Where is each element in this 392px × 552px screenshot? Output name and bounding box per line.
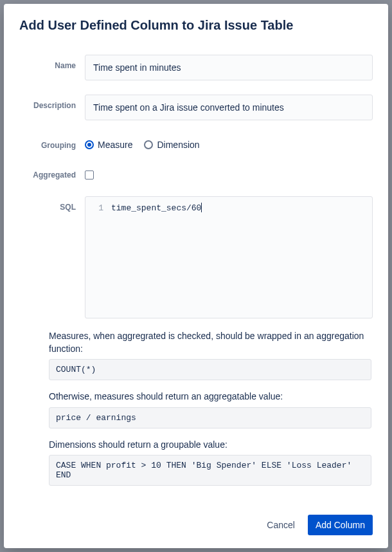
radio-measure[interactable]: Measure — [85, 140, 132, 150]
row-grouping: Grouping Measure Dimension — [19, 134, 373, 150]
label-description: Description — [19, 95, 81, 110]
row-sql: SQL 1 time_spent_secs/60 — [19, 196, 373, 318]
row-aggregated: Aggregated — [19, 164, 373, 182]
sql-gutter: 1 — [91, 203, 111, 311]
row-description: Description — [19, 95, 373, 120]
aggregated-checkbox[interactable] — [85, 170, 94, 179]
radio-icon-checked — [85, 140, 94, 149]
modal-title: Add User Defined Column to Jira Issue Ta… — [19, 18, 373, 33]
radio-dimension-label: Dimension — [157, 140, 199, 150]
hints-section: Measures, when aggregrated is checked, s… — [49, 330, 371, 496]
modal-footer: Cancel Add Column — [19, 503, 373, 535]
label-aggregated: Aggregated — [19, 164, 81, 179]
label-grouping: Grouping — [19, 134, 81, 150]
text-cursor — [201, 203, 202, 212]
grouping-radio-group: Measure Dimension — [85, 134, 373, 150]
sql-editor[interactable]: 1 time_spent_secs/60 — [85, 196, 373, 318]
radio-dimension[interactable]: Dimension — [144, 140, 199, 150]
name-input[interactable] — [85, 55, 373, 80]
add-column-modal: Add User Defined Column to Jira Issue Ta… — [4, 4, 388, 548]
description-input[interactable] — [85, 95, 373, 120]
label-name: Name — [19, 55, 81, 70]
radio-measure-label: Measure — [98, 140, 132, 150]
hint-agg-code: COUNT(*) — [49, 359, 371, 380]
row-name: Name — [19, 55, 373, 80]
hint-agg-label: Measures, when aggregrated is checked, s… — [49, 330, 371, 355]
hint-dim-code: CASE WHEN profit > 10 THEN 'Big Spender'… — [49, 455, 371, 486]
sql-code: time_spent_secs/60 — [111, 203, 201, 213]
radio-icon-unchecked — [144, 140, 153, 149]
sql-code-line: time_spent_secs/60 — [111, 203, 367, 311]
add-column-button[interactable]: Add Column — [308, 515, 373, 535]
hint-nonagg-code: price / earnings — [49, 407, 371, 428]
label-sql: SQL — [19, 196, 81, 212]
cancel-button[interactable]: Cancel — [259, 515, 303, 535]
hint-dim-label: Dimensions should return a groupable val… — [49, 439, 371, 452]
hint-nonagg-label: Otherwise, measures should return an agg… — [49, 391, 371, 403]
